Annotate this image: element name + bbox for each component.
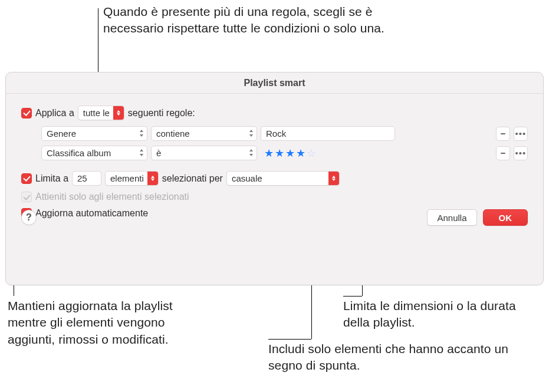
rule-row: Classifica album è ★ ★ ★ ★ ☆ [41,146,528,160]
annotation-match-rules: Quando è presente più di una regola, sce… [103,4,386,37]
only-checked-checkbox [21,192,32,202]
apply-rules-checkbox[interactable] [21,108,32,118]
rule-more-button[interactable]: ••• [514,146,528,160]
star-icon: ★ [275,147,285,160]
match-mode-value: tutte le [83,108,110,118]
limit-value-field[interactable]: 25 [72,171,101,186]
limit-label: Limita a [35,173,68,184]
chevron-updown-icon [248,147,254,158]
limit-row: Limita a 25 elementi selezionati per cas… [21,171,528,186]
annotation-live-update: Mantieni aggiornata la playlist mentre g… [8,298,185,348]
rule-value-field[interactable]: Rock [261,126,395,141]
rule-operator-select[interactable]: è [151,146,257,160]
rule-field-value: Classifica album [47,148,111,158]
callout-line [343,296,362,297]
rule-field-select[interactable]: Genere [41,126,147,141]
rule-more-button[interactable]: ••• [514,127,528,141]
only-checked-label: Attieniti solo agli elementi selezionati [35,192,189,202]
help-button[interactable]: ? [21,210,37,225]
rule-value-text: Rock [266,129,286,139]
star-icon: ★ [296,147,307,160]
dialog-footer: ? Annulla OK [21,209,528,226]
apply-suffix-label: seguenti regole: [128,108,195,118]
limit-unit-value: elementi [110,173,144,183]
star-outline-icon: ☆ [307,147,317,160]
dialog-title: Playlist smart [244,78,305,88]
remove-rule-button[interactable] [496,146,510,160]
match-mode-popup[interactable]: tutte le [78,106,124,120]
apply-rules-row: Applica a tutte le seguenti regole: [21,106,528,120]
star-icon: ★ [285,147,296,160]
ellipsis-icon: ••• [515,129,527,139]
limit-checkbox[interactable] [21,173,32,184]
chevron-updown-icon [113,106,124,120]
rule-operator-value: contiene [156,129,190,139]
dialog-titlebar: Playlist smart [6,73,543,94]
ellipsis-icon: ••• [515,148,527,158]
remove-rule-button[interactable] [496,127,510,141]
selected-by-value: casuale [232,173,325,183]
svg-rect-1 [501,153,505,154]
rule-operator-value: è [156,148,161,158]
ok-button[interactable]: OK [483,209,528,226]
chevron-updown-icon [328,172,339,185]
star-icon: ★ [264,147,275,160]
rules-list: Genere contiene Rock ••• [41,126,528,160]
chevron-updown-icon [147,172,158,185]
limit-unit-popup[interactable]: elementi [105,171,159,186]
minus-icon [499,150,507,157]
smart-playlist-dialog: Playlist smart Applica a tutte le seguen… [5,72,544,285]
rule-operator-select[interactable]: contiene [151,126,257,141]
callout-line [268,339,311,340]
annotation-limit-size: Limita le dimensioni o la durata della p… [343,298,544,331]
apply-prefix-label: Applica a [35,108,74,118]
limit-value-text: 25 [77,173,87,183]
selected-by-popup[interactable]: casuale [226,171,340,186]
cancel-button[interactable]: Annulla [427,209,476,226]
selected-by-label: selezionati per [162,173,223,184]
chevron-updown-icon [139,147,144,158]
annotation-only-checked: Includi solo elementi che hanno accanto … [268,341,540,374]
rule-field-select[interactable]: Classifica album [41,146,147,160]
svg-rect-0 [501,133,505,134]
only-checked-row: Attieniti solo agli elementi selezionati [21,192,528,202]
chevron-updown-icon [139,128,144,139]
minus-icon [499,130,507,137]
star-rating[interactable]: ★ ★ ★ ★ ☆ [264,147,317,160]
rule-row: Genere contiene Rock ••• [41,126,528,141]
rule-field-value: Genere [47,129,76,139]
chevron-updown-icon [248,128,254,139]
